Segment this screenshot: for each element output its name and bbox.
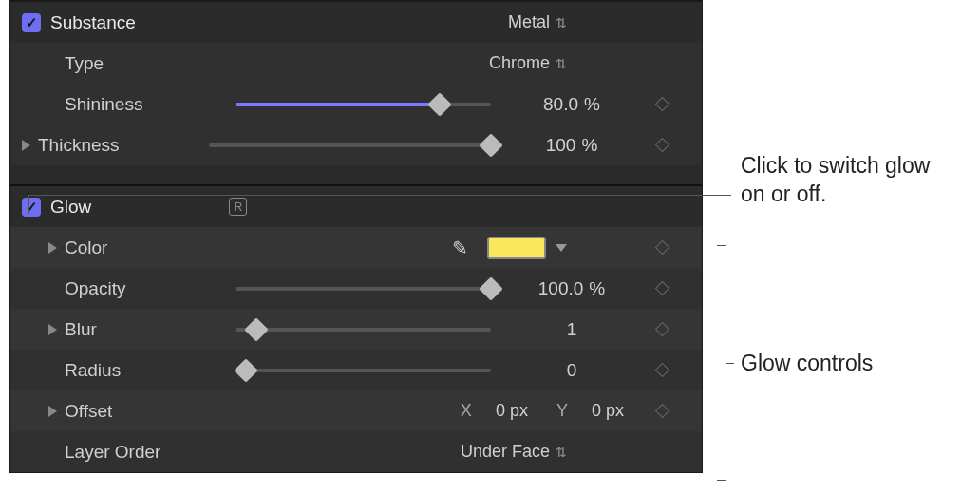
popup-caret-icon: [556, 15, 567, 30]
shininess-value-field[interactable]: 80.0 %: [510, 94, 633, 115]
type-value: Chrome: [489, 53, 550, 73]
thickness-unit: %: [581, 135, 597, 156]
layer-order-row: Layer Order Under Face: [10, 431, 702, 472]
thickness-label: Thickness: [38, 135, 209, 156]
layer-order-popup[interactable]: Under Face: [461, 442, 567, 462]
shininess-label: Shininess: [65, 94, 236, 115]
type-row: Type Chrome: [10, 43, 702, 84]
layer-order-value: Under Face: [461, 442, 550, 462]
radius-value: 0: [567, 360, 577, 381]
glow-section: Glow R Color ✎ Opacity 100.0: [10, 184, 702, 472]
radius-label: Radius: [65, 360, 236, 381]
keyframe-icon[interactable]: [654, 97, 669, 112]
substance-checkbox[interactable]: [22, 13, 41, 32]
opacity-label: Opacity: [65, 278, 236, 299]
shininess-unit: %: [584, 94, 600, 115]
shininess-row: Shininess 80.0 %: [10, 84, 702, 124]
substance-label: Substance: [50, 12, 221, 33]
blur-value: 1: [567, 319, 577, 340]
radius-slider[interactable]: [236, 369, 491, 372]
color-swatch[interactable]: [487, 237, 546, 259]
callout-bracket: [717, 245, 726, 481]
offset-y-label: Y: [556, 401, 568, 420]
radius-row: Radius 0: [10, 350, 702, 390]
disclosure-triangle-icon[interactable]: [48, 242, 57, 254]
offset-label: Offset: [65, 401, 236, 422]
callout-line: [726, 363, 734, 364]
offset-x-value[interactable]: 0: [496, 401, 505, 420]
thickness-row: Thickness 100 %: [10, 124, 702, 165]
glow-label: Glow: [50, 197, 221, 218]
keyframe-icon[interactable]: [654, 404, 669, 419]
keyframe-icon[interactable]: [654, 240, 669, 256]
glow-header-row: Glow R: [10, 186, 702, 227]
callout-line: [28, 195, 29, 214]
popup-caret-icon: [556, 56, 567, 71]
callout-toggle-text: Click to switch glow on or off.: [741, 152, 959, 209]
offset-unit: px: [606, 401, 624, 420]
offset-y-value[interactable]: 0: [592, 401, 601, 420]
disclosure-triangle-icon[interactable]: [48, 406, 57, 417]
keyframe-icon[interactable]: [654, 138, 669, 153]
shininess-slider[interactable]: [236, 103, 491, 106]
opacity-slider[interactable]: [236, 287, 491, 291]
keyframe-icon[interactable]: [654, 322, 669, 337]
thickness-slider[interactable]: [209, 143, 491, 147]
substance-value: Metal: [508, 12, 550, 32]
type-popup[interactable]: Chrome: [489, 53, 567, 73]
shininess-value: 80.0: [543, 94, 578, 115]
chevron-down-icon[interactable]: [556, 244, 567, 252]
radius-value-field[interactable]: 0: [510, 360, 633, 381]
keyframe-icon[interactable]: [654, 363, 669, 378]
type-label: Type: [65, 53, 236, 74]
disclosure-triangle-icon[interactable]: [48, 324, 57, 335]
substance-section: Substance Metal Type Chrome Shininess: [10, 1, 702, 165]
color-label: Color: [65, 238, 236, 258]
opacity-value: 100.0: [538, 278, 584, 299]
callout-line: [28, 195, 731, 196]
offset-unit: px: [510, 401, 528, 420]
disclosure-triangle-icon[interactable]: [22, 140, 30, 151]
layer-order-label: Layer Order: [65, 442, 236, 463]
offset-x-label: X: [461, 401, 472, 420]
opacity-unit: %: [589, 278, 605, 299]
glow-checkbox[interactable]: [22, 198, 41, 217]
keyframe-icon[interactable]: [654, 281, 669, 296]
blur-value-field[interactable]: 1: [510, 319, 633, 340]
substance-popup[interactable]: Metal: [508, 12, 567, 32]
callout-controls-text: Glow controls: [741, 350, 873, 378]
opacity-row: Opacity 100.0 %: [10, 268, 702, 309]
eyedropper-icon[interactable]: ✎: [452, 237, 468, 259]
blur-slider[interactable]: [236, 328, 491, 332]
blur-row: Blur 1: [10, 309, 702, 350]
substance-header-row: Substance Metal: [10, 2, 702, 43]
blur-label: Blur: [65, 319, 236, 340]
popup-caret-icon: [556, 445, 567, 460]
thickness-value: 100: [546, 135, 576, 156]
reset-icon[interactable]: R: [229, 198, 247, 216]
offset-row: Offset X 0 px Y 0 px: [10, 390, 702, 431]
opacity-value-field[interactable]: 100.0 %: [510, 278, 633, 299]
color-row: Color ✎: [10, 227, 702, 268]
inspector-panel: Substance Metal Type Chrome Shininess: [9, 0, 703, 473]
thickness-value-field[interactable]: 100 %: [510, 135, 633, 156]
